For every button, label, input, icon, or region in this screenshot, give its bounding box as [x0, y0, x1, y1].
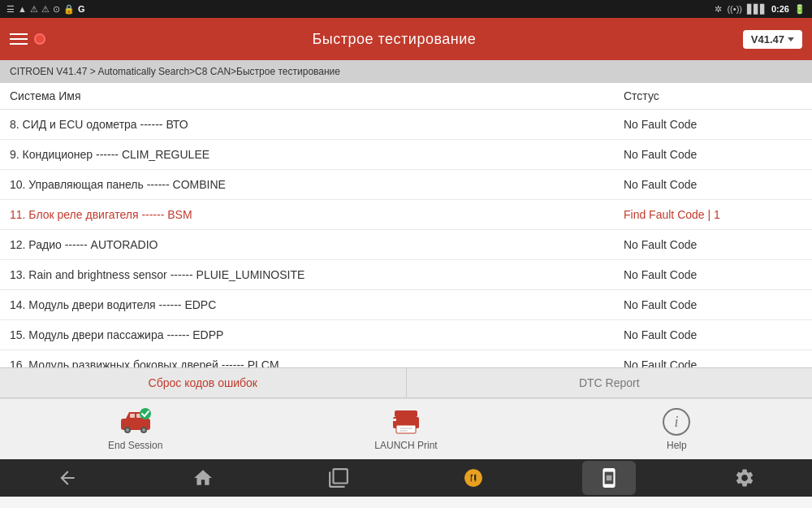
version-badge[interactable]: V41.47 [743, 30, 802, 49]
table-row[interactable]: 8. СИД и ECU одометра ------ ВТО No Faul… [0, 110, 812, 140]
svg-rect-8 [395, 410, 417, 417]
svg-text:L: L [472, 475, 477, 483]
main-content: Система Имя Стстус 8. СИД и ECU одометра… [0, 83, 812, 367]
svg-point-6 [142, 428, 145, 432]
svg-rect-11 [393, 419, 396, 421]
system-nav: L [0, 459, 812, 497]
system-name: 8. СИД и ECU одометра ------ ВТО [10, 118, 624, 131]
status-right-icons: ✲ ((•)) ▋▋▋ 0:26 🔋 [715, 4, 806, 15]
screenshot-button[interactable] [582, 461, 636, 495]
system-name: 15. Модуль двери пассажира ------ EDPP [10, 328, 624, 341]
toolbar-title: Быстрое тестирование [313, 31, 477, 48]
home-button[interactable] [176, 461, 230, 495]
action-bar: Сброс кодов ошибок DTC Report [0, 367, 812, 398]
settings-circle-icon: ⊙ [53, 4, 60, 15]
table-body: 8. СИД и ECU одометра ------ ВТО No Faul… [0, 110, 812, 367]
breadcrumb: CITROEN V41.47 > Automatically Search>C8… [0, 60, 812, 83]
bottom-nav: End Session LAUNCH Print i Help [0, 398, 812, 459]
settings-button[interactable] [718, 461, 771, 495]
reset-codes-label: Сброс кодов ошибок [149, 376, 257, 389]
wifi-icon: ▲ [18, 4, 27, 14]
warning-icon2: ⚠ [41, 4, 50, 15]
column-status-header: Стстус [624, 89, 802, 102]
recent-apps-icon [328, 467, 349, 488]
launch-print-label: LAUNCH Print [374, 440, 437, 451]
connection-indicator [34, 33, 45, 45]
system-name: 10. Управляющая панель ------ COMBINE [10, 178, 624, 191]
system-status: No Fault Code [624, 178, 802, 191]
system-status: No Fault Code [624, 238, 802, 251]
chevron-down-icon [788, 37, 794, 41]
system-status: No Fault Code [624, 118, 802, 131]
settings-icon [734, 467, 755, 488]
table-row[interactable]: 9. Кондиционер ------ CLIM_REGULEE No Fa… [0, 140, 812, 170]
status-left-icons: ☰ ▲ ⚠ ⚠ ⊙ 🔒 G [6, 4, 84, 15]
table-row[interactable]: 12. Радио ------ AUTORADIO No Fault Code [0, 230, 812, 260]
system-status: No Fault Code [624, 148, 802, 161]
toolbar-left [10, 33, 45, 45]
signal-bars-icon: ▋▋▋ [747, 4, 767, 15]
help-button[interactable]: i Help [542, 407, 812, 451]
system-status: Find Fault Code | 1 [624, 208, 802, 221]
table-row[interactable]: 10. Управляющая панель ------ COMBINE No… [0, 170, 812, 200]
dtc-report-button[interactable]: DTC Report [407, 368, 813, 397]
status-time: 0:26 [771, 4, 789, 14]
svg-rect-12 [400, 428, 412, 429]
home-icon [192, 467, 214, 488]
breadcrumb-text: CITROEN V41.47 > Automatically Search>C8… [10, 66, 340, 77]
bluetooth-icon: ✲ [715, 4, 722, 15]
car-check-icon [118, 407, 153, 436]
table-header: Система Имя Стстус [0, 83, 812, 110]
dtc-report-label: DTC Report [579, 376, 640, 389]
end-session-label: End Session [108, 440, 162, 451]
launch-logo-icon: L [463, 467, 484, 488]
g-icon: G [78, 4, 85, 14]
svg-point-4 [126, 428, 129, 432]
help-icon: i [662, 407, 691, 436]
reset-codes-button[interactable]: Сброс кодов ошибок [0, 368, 407, 397]
back-button[interactable] [41, 461, 94, 495]
battery-icon: 🔋 [794, 4, 806, 15]
system-name: 11. Блок реле двигателя ------ BSM [10, 208, 624, 221]
table-row[interactable]: 11. Блок реле двигателя ------ BSM Find … [0, 200, 812, 230]
table-row[interactable]: 16. Модуль развижных боковых дверей ----… [0, 350, 812, 367]
recent-apps-button[interactable] [312, 461, 365, 495]
printer-icon [388, 407, 424, 436]
wifi-bars-icon: ((•)) [727, 4, 742, 14]
system-name: 16. Модуль развижных боковых дверей ----… [10, 358, 624, 367]
screenshot-icon [598, 467, 620, 488]
signal-icon: ☰ [6, 4, 15, 15]
system-name: 14. Модуль двери водителя ------ EDPC [10, 298, 624, 311]
table-row[interactable]: 13. Rain and brightness sensor ------ PL… [0, 260, 812, 290]
status-bar: ☰ ▲ ⚠ ⚠ ⊙ 🔒 G ✲ ((•)) ▋▋▋ 0:26 🔋 [0, 0, 812, 18]
menu-button[interactable] [10, 33, 28, 45]
launch-logo-button[interactable]: L [447, 461, 500, 495]
warning-icon1: ⚠ [30, 4, 38, 15]
lock-icon: 🔒 [63, 4, 75, 15]
toolbar: Быстрое тестирование V41.47 [0, 18, 812, 60]
svg-text:i: i [675, 414, 679, 430]
table-row[interactable]: 14. Модуль двери водителя ------ EDPC No… [0, 290, 812, 320]
table-row[interactable]: 15. Модуль двери пассажира ------ EDPP N… [0, 320, 812, 350]
svg-rect-13 [400, 430, 408, 432]
system-status: No Fault Code [624, 358, 802, 367]
system-name: 9. Кондиционер ------ CLIM_REGULEE [10, 148, 624, 161]
version-text: V41.47 [751, 33, 784, 46]
back-icon [57, 467, 78, 488]
help-label: Help [667, 440, 687, 451]
launch-print-button[interactable]: LAUNCH Print [270, 407, 541, 451]
system-status: No Fault Code [624, 328, 802, 341]
system-status: No Fault Code [624, 298, 802, 311]
column-system-header: Система Имя [10, 89, 624, 102]
end-session-button[interactable]: End Session [0, 407, 270, 451]
system-status: No Fault Code [624, 268, 802, 281]
system-name: 13. Rain and brightness sensor ------ PL… [10, 268, 624, 281]
system-name: 12. Радио ------ AUTORADIO [10, 238, 624, 251]
svg-rect-1 [130, 414, 135, 418]
